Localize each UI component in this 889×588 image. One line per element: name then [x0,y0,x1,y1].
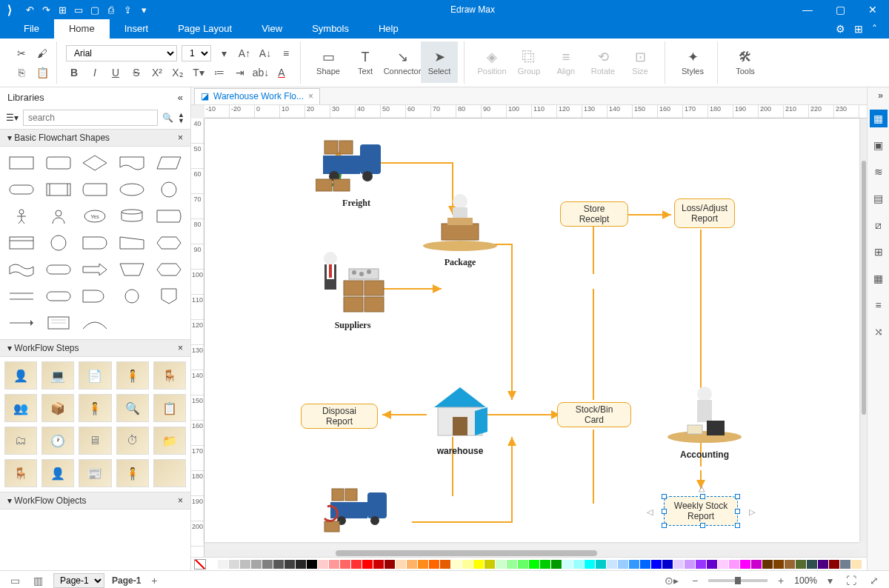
rp-layers-icon[interactable]: ≋ [870,163,888,181]
fit-page-icon[interactable]: ⛶ [843,575,859,587]
color-swatch[interactable] [318,560,328,569]
color-swatch[interactable] [529,560,539,569]
shape-arc[interactable] [79,311,113,335]
section-workflow-steps[interactable]: ▾ WorkFlow Steps× [0,339,190,357]
color-swatch[interactable] [273,560,284,569]
increase-font-button[interactable]: A↑ [236,45,253,61]
workflow-item[interactable]: 🗂 [4,427,37,455]
nav-left-icon[interactable]: ◁ [647,507,653,517]
page-select[interactable]: Page-1 [53,573,104,588]
color-swatch[interactable] [240,560,250,569]
shape-decision[interactable] [79,151,113,175]
color-swatch[interactable] [718,560,728,569]
page-view-icon[interactable]: ▥ [30,575,46,587]
sort-up-down-icon[interactable]: ▲▼ [178,112,184,124]
underline-button[interactable]: U [107,64,124,81]
color-swatch[interactable] [562,560,573,569]
shape-process[interactable] [4,151,39,175]
horizontal-scrollbar[interactable] [204,549,859,557]
indent-button[interactable]: ⇥ [232,64,248,81]
color-swatch[interactable] [284,560,295,569]
color-swatch[interactable] [696,560,706,569]
shape-tape[interactable] [4,258,39,281]
shape-manual[interactable] [115,231,149,255]
color-swatch[interactable] [740,560,750,569]
text-label-button[interactable]: ab↓ [253,64,269,81]
shape-and[interactable] [79,284,113,308]
shape-hex[interactable] [152,258,186,281]
workflow-item[interactable]: 🖥 [79,427,111,455]
page-list-icon[interactable]: ▭ [7,575,23,587]
apps-icon[interactable]: ⊞ [854,23,863,35]
shape-actor[interactable] [4,204,39,228]
shape-user[interactable] [41,204,76,228]
rp-clipart-icon[interactable]: ▦ [870,270,888,287]
collapse-ribbon-icon[interactable]: ˄ [872,23,877,35]
zoom-dropdown[interactable]: ▾ [825,575,836,587]
rp-list-icon[interactable]: ≡ [870,296,888,314]
canvas-viewport[interactable]: -10-200102030405060708090100110120130140… [191,105,867,557]
align-text-button[interactable]: ≡ [278,45,294,61]
color-swatch[interactable] [585,560,595,569]
text-case-button[interactable]: T▾ [190,64,207,81]
color-swatch[interactable] [296,560,306,569]
shape-document[interactable] [115,151,149,175]
menu-insert[interactable]: Insert [110,19,164,39]
font-name-select[interactable]: Arial [66,45,177,61]
menu-view[interactable]: View [247,19,297,39]
redo-button[interactable]: ↷ [39,2,53,17]
zoom-in-button[interactable]: + [775,575,787,587]
color-swatch[interactable] [551,560,562,569]
color-swatch[interactable] [440,560,450,569]
workflow-item[interactable]: 👥 [4,394,37,422]
color-swatch[interactable] [796,560,806,569]
rp-image-icon[interactable]: ▣ [870,136,888,154]
color-swatch[interactable] [218,560,228,569]
workflow-item[interactable]: 🕐 [41,427,74,455]
tools-tool[interactable]: 🛠Tools [727,41,764,83]
node-stock-bin[interactable]: Stock/Bin Card [557,402,631,427]
decrease-font-button[interactable]: A↓ [257,45,273,61]
color-swatch[interactable] [673,560,684,569]
export-button[interactable]: ⇪ [120,2,135,17]
rp-page-icon[interactable]: ▤ [870,190,888,207]
menu-symbols[interactable]: Symbols [297,19,364,39]
workflow-item[interactable]: 📄 [79,361,111,390]
shape-rounded[interactable] [41,151,76,175]
shape-circle2[interactable] [41,231,76,255]
color-swatch[interactable] [351,560,362,569]
shape-arrow-right[interactable] [79,258,113,281]
node-shipment[interactable] [323,481,404,535]
color-swatch[interactable] [818,560,828,569]
color-swatch[interactable] [507,560,517,569]
minimize-button[interactable]: — [791,0,824,19]
node-store-receipt[interactable]: Store Recelpt [560,201,628,227]
shape-data[interactable] [152,151,186,175]
styles-tool[interactable]: ✦Styles [674,41,711,83]
color-swatch[interactable] [418,560,428,569]
color-swatch[interactable] [729,560,739,569]
workflow-item[interactable]: 🧍 [116,361,149,390]
shape-yes[interactable]: Yes [79,204,113,228]
search-icon[interactable]: 🔍 [162,113,173,123]
workflow-item[interactable]: 📰 [79,459,111,487]
menu-help[interactable]: Help [364,19,413,39]
open-button[interactable]: ▭ [71,2,86,17]
color-swatch[interactable] [485,560,495,569]
shape-database[interactable] [115,204,149,228]
node-freight[interactable]: Freight [316,126,397,209]
color-swatch[interactable] [329,560,339,569]
rp-table-icon[interactable]: ⊞ [870,243,888,261]
shape-display[interactable] [152,204,186,228]
section-basic-shapes[interactable]: ▾ Basic Flowchart Shapes× [0,129,190,147]
no-fill-swatch[interactable] [194,559,206,569]
close-section-icon[interactable]: × [178,343,183,353]
menu-page-layout[interactable]: Page Layout [163,19,247,39]
color-swatch[interactable] [362,560,373,569]
workflow-item[interactable]: ⏱ [116,427,149,455]
shape-circle[interactable] [152,178,186,201]
add-page-button[interactable]: + [148,575,160,587]
fullscreen-icon[interactable]: ⤢ [867,575,882,587]
new-button[interactable]: ⊞ [55,2,70,17]
color-swatch[interactable] [651,560,662,569]
